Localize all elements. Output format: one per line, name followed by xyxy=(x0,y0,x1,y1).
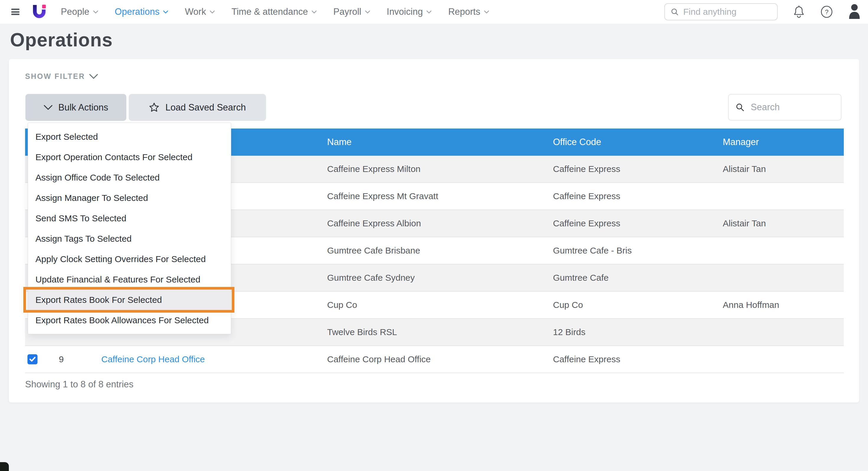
load-saved-search-label: Load Saved Search xyxy=(165,102,246,113)
row-checkbox-cell xyxy=(25,354,46,364)
nav-label: People xyxy=(61,6,89,17)
bulk-menu-item[interactable]: Export Selected xyxy=(28,126,231,147)
nav-label: Payroll xyxy=(333,6,361,17)
row-id: 9 xyxy=(46,354,77,364)
header-name[interactable]: Name xyxy=(325,137,551,147)
table-row: 9Caffeine Corp Head OfficeCaffeine Corp … xyxy=(25,346,844,373)
nav-item-reports[interactable]: Reports xyxy=(448,6,489,17)
row-manager: Alistair Tan xyxy=(720,164,844,174)
header-office-code[interactable]: Office Code xyxy=(551,137,720,147)
row-office-code: Caffeine Express xyxy=(551,354,720,364)
nav-label: Work xyxy=(185,6,206,17)
chevron-down-icon xyxy=(44,105,53,110)
top-navigation-bar: People Operations Work Time & attendance… xyxy=(0,0,868,24)
header-manager[interactable]: Manager xyxy=(720,137,844,147)
row-office-code: Cup Co xyxy=(551,300,720,310)
bulk-menu-item[interactable]: Export Rates Book Allowances For Selecte… xyxy=(28,310,231,330)
row-name: Caffeine Express Mt Gravatt xyxy=(325,191,551,201)
nav-item-people[interactable]: People xyxy=(61,6,98,17)
user-avatar[interactable] xyxy=(847,4,862,20)
table-search-input[interactable] xyxy=(751,102,834,113)
bulk-actions-button[interactable]: Bulk Actions xyxy=(25,94,126,121)
row-name: Gumtree Cafe Sydney xyxy=(325,273,551,283)
nav-item-invoicing[interactable]: Invoicing xyxy=(387,6,432,17)
chevron-down-icon xyxy=(163,10,168,13)
chat-widget-corner[interactable] xyxy=(0,462,9,471)
nav-item-time-attendance[interactable]: Time & attendance xyxy=(231,6,317,17)
chevron-down-icon xyxy=(89,74,98,79)
bulk-menu-item[interactable]: Apply Clock Setting Overrides For Select… xyxy=(28,249,231,269)
nav-item-work[interactable]: Work xyxy=(185,6,215,17)
row-name: Caffeine Express Albion xyxy=(325,218,551,228)
global-search-input[interactable] xyxy=(683,7,771,17)
global-search xyxy=(664,3,778,20)
row-office-code: Gumtree Cafe xyxy=(551,273,720,283)
search-icon xyxy=(671,7,678,16)
row-checkbox-checked[interactable] xyxy=(27,354,37,364)
row-office-code: Caffeine Express xyxy=(551,191,720,201)
bulk-actions-label: Bulk Actions xyxy=(58,102,108,113)
bulk-menu-item[interactable]: Send SMS To Selected xyxy=(28,208,231,228)
row-office-code: Caffeine Express xyxy=(551,218,720,228)
chevron-down-icon xyxy=(484,10,489,13)
help-button[interactable]: ? xyxy=(820,5,833,18)
bulk-menu-item[interactable]: Assign Manager To Selected xyxy=(28,188,231,208)
row-office-code: 12 Birds xyxy=(551,327,720,337)
question-mark-icon: ? xyxy=(820,5,833,18)
entries-summary: Showing 1 to 8 of 8 entries xyxy=(25,379,133,390)
bulk-menu-item[interactable]: Export Rates Book For Selected xyxy=(28,290,231,310)
nav-label: Operations xyxy=(115,6,160,17)
chevron-down-icon xyxy=(311,10,317,13)
load-saved-search-button[interactable]: Load Saved Search xyxy=(129,94,266,121)
highlight-frame xyxy=(23,287,235,313)
row-manager: Alistair Tan xyxy=(720,218,844,228)
nav-label: Time & attendance xyxy=(231,6,308,17)
search-icon xyxy=(736,102,744,112)
operation-link[interactable]: Caffeine Corp Head Office xyxy=(101,354,205,364)
nav-item-operations[interactable]: Operations xyxy=(115,6,168,17)
bulk-menu-item[interactable]: Update Financial & Features For Selected xyxy=(28,269,231,290)
show-filter-label: SHOW FILTER xyxy=(25,72,85,81)
nav-label: Invoicing xyxy=(387,6,423,17)
page-title: Operations xyxy=(10,29,113,51)
person-silhouette-icon xyxy=(847,4,862,19)
bulk-menu-item[interactable]: Assign Office Code To Selected xyxy=(28,167,231,188)
row-name: Caffeine Corp Head Office xyxy=(325,354,551,364)
topbar-right: ? xyxy=(664,0,868,24)
chevron-down-icon xyxy=(426,10,432,13)
row-name: Gumtree Cafe Brisbane xyxy=(325,245,551,256)
bulk-actions-dropdown: Export SelectedExport Operation Contacts… xyxy=(28,123,231,334)
chevron-down-icon xyxy=(210,10,215,13)
notifications-button[interactable] xyxy=(793,5,805,18)
row-office-code: Caffeine Express xyxy=(551,164,720,174)
bulk-menu-item[interactable]: Export Operation Contacts For Selected xyxy=(28,147,231,167)
table-search xyxy=(728,94,841,121)
nav-item-payroll[interactable]: Payroll xyxy=(333,6,370,17)
bulk-menu-item[interactable]: Assign Tags To Selected xyxy=(28,228,231,249)
svg-text:?: ? xyxy=(825,8,829,16)
main-nav: People Operations Work Time & attendance… xyxy=(61,6,489,17)
show-filter-toggle[interactable]: SHOW FILTER xyxy=(25,72,98,81)
star-icon xyxy=(149,102,159,113)
row-office-code: Gumtree Cafe - Bris xyxy=(551,245,720,256)
chevron-down-icon xyxy=(365,10,370,13)
row-manager: Anna Hoffman xyxy=(720,300,844,310)
row-name: Caffeine Express Milton xyxy=(325,164,551,174)
hamburger-menu-icon[interactable] xyxy=(11,8,20,15)
brand-logo[interactable] xyxy=(31,3,48,20)
chevron-down-icon xyxy=(93,10,98,13)
row-name: Twelve Birds RSL xyxy=(325,327,551,337)
bell-icon xyxy=(793,5,805,18)
row-link-cell: Caffeine Corp Head Office xyxy=(77,354,325,364)
row-name: Cup Co xyxy=(325,300,551,310)
nav-label: Reports xyxy=(448,6,480,17)
